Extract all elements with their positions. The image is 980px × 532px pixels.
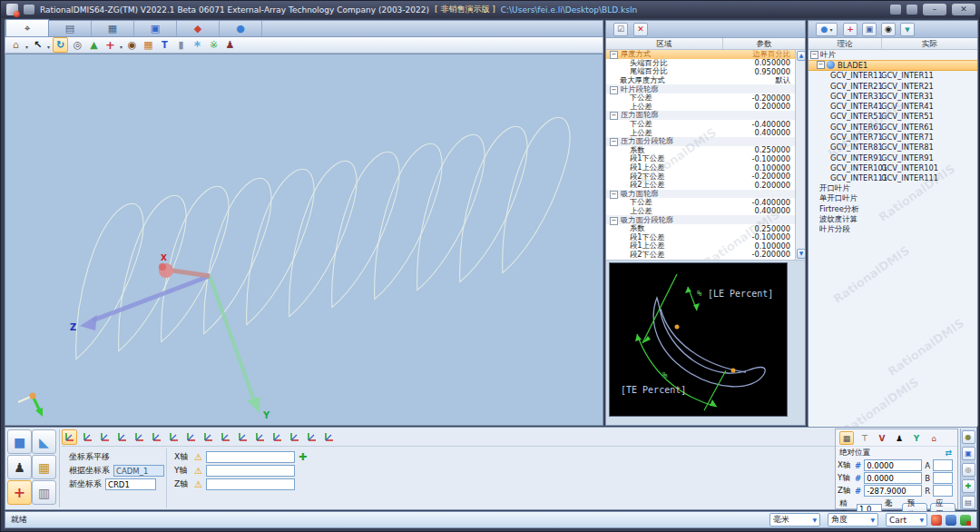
sphere-view-icon[interactable]: [816, 23, 838, 36]
tree-item[interactable]: − 叶片: [808, 50, 977, 60]
toolbar-icon[interactable]: [31, 38, 44, 52]
position-tool-icon[interactable]: [927, 432, 940, 444]
position-value-input[interactable]: [864, 459, 922, 471]
add-point-icon[interactable]: ✚: [299, 451, 307, 463]
tree-item[interactable]: − GCV_INTER11 GCV_INTER11: [808, 71, 977, 81]
window-menu-icon[interactable]: [24, 5, 34, 15]
coordinate-tool-icon[interactable]: [219, 430, 232, 444]
strip-icon[interactable]: [962, 496, 975, 509]
panel-toolbar-icon[interactable]: [633, 23, 648, 36]
minimize-button[interactable]: –: [923, 4, 946, 15]
coordinate-mode-dropdown[interactable]: Cart▼: [886, 513, 927, 527]
coordinate-tool-icon[interactable]: [201, 430, 215, 444]
tree-toolbar-icon[interactable]: [881, 23, 896, 36]
coordinate-tool-icon[interactable]: [167, 430, 181, 444]
strip-icon[interactable]: [962, 463, 975, 477]
axis-offset-input[interactable]: [206, 478, 295, 490]
coordinate-tool-icon[interactable]: [270, 430, 284, 444]
tree-item[interactable]: − GCV_INTER111 GCV_INTER111: [808, 173, 977, 183]
camera-tray-icon[interactable]: [906, 5, 917, 15]
mode-button[interactable]: [32, 455, 56, 479]
tree-toolbar-icon[interactable]: [900, 23, 915, 36]
tree-toolbar-icon[interactable]: [862, 23, 877, 36]
expand-icon[interactable]: −: [817, 61, 825, 69]
toolbar-icon[interactable]: [142, 38, 155, 52]
status-connection-icon[interactable]: [960, 515, 971, 526]
new-cs-input[interactable]: [105, 478, 156, 490]
coordinate-tool-icon[interactable]: [322, 430, 336, 444]
tree-item[interactable]: − BLADE1: [808, 60, 977, 70]
tree-item[interactable]: − GCV_INTER61 GCV_INTER61: [808, 122, 977, 132]
strip-icon[interactable]: [962, 479, 975, 493]
toolbar-icon[interactable]: [71, 38, 84, 52]
tree-toolbar-icon[interactable]: [843, 23, 858, 36]
tree-item[interactable]: − GCV_INTER101 GCV_INTER101: [808, 163, 977, 172]
coordinate-tool-icon[interactable]: [253, 430, 267, 444]
base-cs-input[interactable]: [113, 465, 164, 477]
tree-item[interactable]: − 单开口叶片: [808, 193, 977, 203]
mode-button[interactable]: [7, 429, 32, 454]
rotation-value-input[interactable]: [933, 485, 953, 497]
expand-icon[interactable]: −: [810, 51, 818, 59]
ribbon-tab[interactable]: [220, 21, 262, 36]
toolbar-icon[interactable]: [174, 38, 188, 52]
displays-icon[interactable]: [890, 5, 901, 15]
angle-dropdown[interactable]: 角度▼: [828, 513, 878, 527]
scroll-down-icon[interactable]: ▼: [797, 249, 805, 259]
toolbar-icon[interactable]: [53, 37, 68, 53]
position-tool-icon[interactable]: [876, 432, 888, 444]
tree-item[interactable]: − 开口叶片: [808, 183, 977, 193]
tree-item[interactable]: − GCV_INTER51 GCV_INTER51: [808, 112, 977, 122]
tree-item[interactable]: − GCV_INTER21 GCV_INTER21: [808, 81, 977, 91]
tree-item[interactable]: − GCV_INTER91 GCV_INTER91: [808, 153, 977, 163]
sync-icon[interactable]: ⇄: [945, 448, 952, 458]
coordinate-tool-icon[interactable]: [184, 430, 198, 444]
ribbon-tab[interactable]: [134, 21, 177, 36]
coordinate-tool-icon[interactable]: [150, 430, 163, 444]
status-alarm-icon[interactable]: [931, 515, 942, 526]
coordinate-tool-icon[interactable]: [81, 430, 94, 444]
mode-button[interactable]: [7, 455, 32, 479]
mode-button[interactable]: [32, 429, 56, 454]
toolbar-icon[interactable]: [125, 38, 139, 52]
ribbon-tab[interactable]: [92, 21, 134, 36]
rotation-value-input[interactable]: [933, 472, 953, 484]
tree-item[interactable]: − GCV_INTER31 GCV_INTER31: [808, 91, 977, 101]
position-value-input[interactable]: [864, 485, 922, 497]
tree-item[interactable]: − GCV_INTER41 GCV_INTER41: [808, 101, 977, 111]
position-tool-icon[interactable]: [893, 432, 906, 444]
tree-item[interactable]: − Firtree分析: [808, 203, 977, 213]
status-machine-icon[interactable]: [946, 515, 956, 526]
tree-item[interactable]: − 叶片分段: [808, 224, 977, 234]
toolbar-icon[interactable]: [103, 38, 117, 52]
position-tool-icon[interactable]: [910, 432, 923, 444]
toolbar-icon[interactable]: [9, 38, 23, 52]
ribbon-tab[interactable]: [177, 21, 220, 36]
viewport-3d[interactable]: Z Y X: [5, 54, 603, 426]
coordinate-tool-icon[interactable]: [62, 429, 77, 445]
position-tool-icon[interactable]: [858, 432, 871, 444]
toolbar-icon[interactable]: [87, 38, 101, 52]
coordinate-tool-icon[interactable]: [132, 430, 146, 444]
table-scrollbar[interactable]: ▲ ▼: [795, 50, 805, 260]
parameter-row[interactable]: 段2下公差 -0.200000: [606, 251, 805, 260]
position-tool-icon[interactable]: [839, 431, 854, 445]
coordinate-tool-icon[interactable]: [305, 430, 318, 444]
panel-toolbar-icon[interactable]: [613, 23, 628, 36]
tree-item[interactable]: − 波纹度计算: [808, 214, 977, 224]
mode-button[interactable]: [32, 480, 56, 505]
tree-item[interactable]: − GCV_INTER81 GCV_INTER81: [808, 143, 977, 153]
toolbar-icon[interactable]: [223, 38, 237, 52]
strip-icon[interactable]: [962, 447, 975, 460]
toolbar-icon[interactable]: [207, 38, 220, 52]
tree-item[interactable]: − GCV_INTER71 GCV_INTER71: [808, 132, 977, 142]
coordinate-tool-icon[interactable]: [236, 430, 250, 444]
coordinate-tool-icon[interactable]: [98, 430, 112, 444]
rotation-value-input[interactable]: [933, 459, 953, 471]
unit-dropdown[interactable]: 毫米▼: [769, 513, 820, 527]
axis-offset-input[interactable]: [206, 465, 295, 477]
coordinate-tool-icon[interactable]: [288, 430, 301, 444]
mode-button[interactable]: [7, 480, 32, 505]
coordinate-tool-icon[interactable]: [115, 430, 129, 444]
toolbar-icon[interactable]: [191, 38, 204, 52]
